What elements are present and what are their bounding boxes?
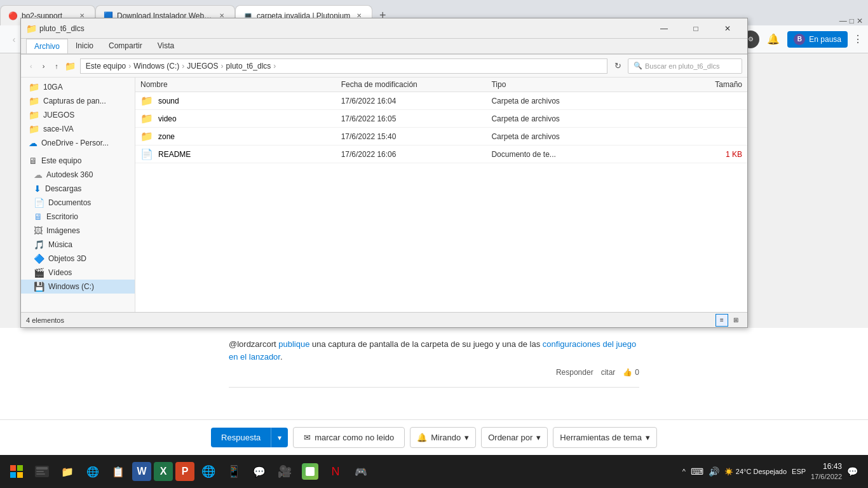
sidebar-item-onedrive[interactable]: ☁ OneDrive - Persor... xyxy=(21,136,135,150)
column-size[interactable]: Tamaño xyxy=(642,80,742,89)
explorer-forward-button[interactable]: › xyxy=(39,57,49,75)
file-list-header: Nombre Fecha de modificación Tipo Tamaño xyxy=(135,78,747,92)
sidebar-label-windows-c: Windows (C:) xyxy=(48,282,94,291)
sidebar-item-documentos[interactable]: 📄 Documentos xyxy=(21,196,135,210)
order-by-button[interactable]: Ordenar por ▾ xyxy=(481,427,548,448)
explorer-minimize-button[interactable]: — xyxy=(649,18,679,39)
file-name-readme: README xyxy=(158,150,191,159)
taskbar-search-button[interactable] xyxy=(31,460,53,483)
mark-unread-button[interactable]: ✉ marcar como no leido xyxy=(293,427,405,448)
taskbar-start-button[interactable] xyxy=(5,460,28,483)
taskbar-keyboard-icon[interactable]: ⌨ xyxy=(691,466,703,477)
taskbar-word-button[interactable]: W xyxy=(132,462,151,481)
explorer-refresh-button[interactable]: ↻ xyxy=(610,58,625,74)
sidebar-item-descargas[interactable]: ⬇ Descargas xyxy=(21,182,135,196)
reply-dropdown-button[interactable]: ▾ xyxy=(271,428,288,447)
taskbar-notification-icon[interactable]: 💬 xyxy=(847,466,858,477)
file-row-zone[interactable]: 📁 zone 17/6/2022 15:40 Carpeta de archiv… xyxy=(135,128,747,146)
taskbar-language[interactable]: ESP xyxy=(792,468,806,475)
quote-button[interactable]: citar xyxy=(601,368,616,377)
taskbar-green-button[interactable] xyxy=(299,460,322,483)
autodesk-icon: ☁ xyxy=(34,170,43,180)
view-tiles-button[interactable]: ⊞ xyxy=(729,314,742,327)
onedrive-icon: ☁ xyxy=(29,138,37,148)
sidebar-item-juegos[interactable]: 📁 JUEGOS xyxy=(21,108,135,122)
file-row-readme[interactable]: 📄 README 17/6/2022 16:06 Documento de te… xyxy=(135,146,747,163)
explorer-close-button[interactable]: ✕ xyxy=(713,18,742,39)
file-name-zone: zone xyxy=(158,132,175,141)
sidebar-item-imagenes[interactable]: 🖼 Imágenes xyxy=(21,224,135,238)
browser-minimize[interactable]: — xyxy=(839,17,847,25)
clock-time: 16:43 xyxy=(811,461,842,472)
tray-expand-icon[interactable]: ^ xyxy=(682,468,686,475)
watching-button[interactable]: 🔔 Mirando ▾ xyxy=(410,427,476,448)
sidebar-item-objetos3d[interactable]: 🔷 Objetos 3D xyxy=(21,252,135,266)
taskbar-clock[interactable]: 16:43 17/6/2022 xyxy=(811,461,842,482)
reply-primary-button[interactable]: Respuesta xyxy=(211,428,271,447)
tools-button[interactable]: Herramientas de tema ▾ xyxy=(553,427,657,448)
browser-close[interactable]: ✕ xyxy=(857,17,863,25)
like-icon[interactable]: 👍 xyxy=(623,368,632,377)
taskbar-ppt-button[interactable]: P xyxy=(175,462,194,481)
column-type[interactable]: Tipo xyxy=(491,80,642,89)
taskbar-netflix-button[interactable]: N xyxy=(324,460,347,483)
explorer-search-bar[interactable]: 🔍 Buscar en pluto_t6_dlcs xyxy=(628,58,742,74)
taskbar-weather[interactable]: ☀️ 24°C Despejado xyxy=(724,468,787,476)
svg-rect-1 xyxy=(17,465,23,471)
explorer-statusbar: 4 elementos ≡ ⊞ xyxy=(21,312,747,327)
sidebar-item-autodesk[interactable]: ☁ Autodesk 360 xyxy=(21,168,135,182)
file-name-video: video xyxy=(158,114,177,123)
sidebar-item-escritorio[interactable]: 🖥 Escritorio xyxy=(21,210,135,224)
taskbar-files-button[interactable]: 📁 xyxy=(56,460,79,483)
tools-chevron: ▾ xyxy=(646,433,650,442)
sidebar-label-onedrive: OneDrive - Persor... xyxy=(41,139,109,147)
taskbar-game-button[interactable]: 🎮 xyxy=(349,460,372,483)
sidebar-item-capturas[interactable]: 📁 Capturas de pan... xyxy=(21,94,135,108)
sidebar-item-videos[interactable]: 🎬 Vídeos xyxy=(21,266,135,280)
browser-profile-button[interactable]: B En pausa xyxy=(787,31,848,48)
sidebar-label-capturas: Capturas de pan... xyxy=(43,97,106,105)
taskbar-teams-button[interactable]: 💬 xyxy=(248,460,271,483)
order-by-label: Ordenar por xyxy=(488,433,532,442)
ribbon-tab-vista[interactable]: Vista xyxy=(150,39,182,53)
explorer-up-button[interactable]: ↑ xyxy=(51,57,62,75)
explorer-maximize-button[interactable]: □ xyxy=(681,18,710,39)
file-row-sound[interactable]: 📁 sound 17/6/2022 16:04 Carpeta de archi… xyxy=(135,92,747,110)
browser-maximize[interactable]: □ xyxy=(850,17,854,25)
view-details-button[interactable]: ≡ xyxy=(715,314,728,327)
item-count: 4 elementos xyxy=(26,316,64,324)
taskbar-edge-button[interactable]: 🌐 xyxy=(81,460,104,483)
column-date[interactable]: Fecha de modificación xyxy=(341,80,492,89)
breadcrumb-juegos[interactable]: JUEGOS xyxy=(187,62,218,71)
breadcrumb-bar[interactable]: Este equipo › Windows (C:) › JUEGOS › pl… xyxy=(80,58,607,74)
ribbon-tab-compartir[interactable]: Compartir xyxy=(101,39,150,53)
taskbar-zoom-button[interactable]: 🎥 xyxy=(273,460,296,483)
forum-link-publique[interactable]: publique xyxy=(278,339,309,349)
sidebar-item-sace-iva[interactable]: 📁 sace-IVA xyxy=(21,122,135,136)
sidebar-item-este-equipo[interactable]: 🖥 Este equipo xyxy=(21,154,135,168)
breadcrumb-este-equipo[interactable]: Este equipo xyxy=(86,62,126,71)
browser-notification-icon[interactable]: 🔔 xyxy=(764,30,782,48)
column-name[interactable]: Nombre xyxy=(140,80,341,89)
explorer-back-button[interactable]: ‹ xyxy=(26,57,36,75)
explorer-window: 📁 pluto_t6_dlcs — □ ✕ Archivo Inicio Com… xyxy=(20,18,748,328)
file-row-video[interactable]: 📁 video 17/6/2022 16:05 Carpeta de archi… xyxy=(135,110,747,128)
taskbar-volume-icon[interactable]: 🔊 xyxy=(709,466,719,477)
folder-icon-sound: 📁 xyxy=(140,95,153,107)
reply-button[interactable]: Responder xyxy=(556,368,593,377)
sidebar-item-10ga[interactable]: 📁 10GA xyxy=(21,80,135,94)
ribbon-tab-archivo[interactable]: Archivo xyxy=(26,39,68,53)
taskbar-chrome-button[interactable]: 🌐 xyxy=(197,460,220,483)
file-cell-size-readme: 1 KB xyxy=(642,150,742,159)
taskbar-whatsapp-button[interactable]: 📱 xyxy=(222,460,245,483)
taskbar-excel-button[interactable]: X xyxy=(154,462,173,481)
taskbar-store-button[interactable]: 📋 xyxy=(107,460,130,483)
taskbar-system-tray: ^ ⌨ 🔊 ☀️ 24°C Despejado ESP 16:43 17/6/2… xyxy=(677,461,863,482)
sidebar-item-windows-c[interactable]: 💾 Windows (C:) xyxy=(21,280,135,294)
breadcrumb-windows-c[interactable]: Windows (C:) xyxy=(133,62,179,71)
browser-settings-icon[interactable]: ⋮ xyxy=(853,33,863,45)
sidebar-label-sace: sace-IVA xyxy=(43,125,74,133)
ribbon-tab-inicio[interactable]: Inicio xyxy=(68,39,101,53)
breadcrumb-pluto[interactable]: pluto_t6_dlcs xyxy=(226,62,271,71)
sidebar-item-musica[interactable]: 🎵 Música xyxy=(21,238,135,252)
